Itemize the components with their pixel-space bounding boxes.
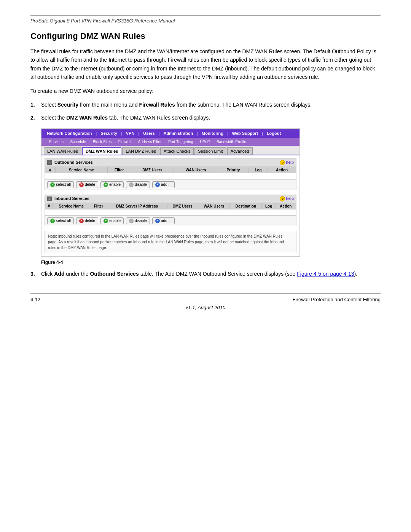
nav-web-support[interactable]: Web Support bbox=[230, 130, 260, 136]
outbound-help-label: help bbox=[286, 160, 294, 165]
inbound-disable-button[interactable]: ○ disable bbox=[126, 217, 150, 224]
select-all-icon: ✓ bbox=[50, 182, 55, 187]
nav-vpn[interactable]: VPN bbox=[124, 130, 137, 136]
inbound-enable-button[interactable]: ● enable bbox=[100, 217, 124, 224]
nav2-sep-5: :: bbox=[164, 140, 166, 144]
step-3-list: 3. Click Add under the Outbound Services… bbox=[30, 270, 381, 278]
inbound-select-all-button[interactable]: ✓ select all bbox=[47, 217, 74, 224]
step-3-link[interactable]: Figure 4-5 on page 4-13 bbox=[297, 271, 354, 277]
nav2-address-filter[interactable]: Address Filter bbox=[137, 139, 163, 145]
nav-sep-1: | bbox=[96, 131, 97, 136]
tab-dmz-wan-rules[interactable]: DMZ WAN Rules bbox=[82, 147, 122, 155]
footer-right-text: Firewall Protection and Content Filterin… bbox=[293, 297, 381, 302]
disable-icon: ○ bbox=[129, 182, 134, 187]
inbound-col-dmz-server: DMZ Server IP Address bbox=[107, 203, 167, 209]
inbound-delete-button[interactable]: ✕ delete bbox=[76, 217, 98, 224]
inbound-empty-row bbox=[45, 209, 296, 215]
nav2-bandwidth-profile[interactable]: Bandwidth Profile bbox=[215, 139, 248, 145]
nav2-port-triggering[interactable]: Port Triggering bbox=[167, 139, 195, 145]
nav-sep-5: | bbox=[197, 131, 198, 136]
figure-label: Figure 4-4 bbox=[41, 260, 381, 265]
nav-network-config[interactable]: Network Configuration bbox=[45, 130, 94, 136]
tab-lan-wan-rules[interactable]: LAN WAN Rules bbox=[44, 147, 81, 155]
step-3-num: 3. bbox=[30, 270, 41, 278]
tab-attack-checks[interactable]: Attack Checks bbox=[160, 147, 194, 155]
nav2-block-sites[interactable]: Block Sites bbox=[91, 139, 113, 145]
step-2-text: Select the DMZ WAN Rules tab. The DMZ WA… bbox=[41, 113, 381, 122]
outbound-col-priority: Priority bbox=[218, 167, 249, 173]
add-icon: + bbox=[155, 182, 160, 187]
nav2-sep-8: :: bbox=[249, 140, 251, 144]
nav2-schedule[interactable]: Schedule bbox=[68, 139, 88, 145]
inbound-col-log: Log bbox=[262, 203, 276, 209]
nav2-sep-6: :: bbox=[196, 140, 198, 144]
nav-administration[interactable]: Administration bbox=[161, 130, 196, 136]
outbound-enable-button[interactable]: ● enable bbox=[100, 181, 124, 188]
outbound-section-icon: ≡ bbox=[47, 160, 52, 165]
nav2-services[interactable]: Services bbox=[48, 139, 65, 145]
inbound-help-link[interactable]: ? help bbox=[280, 196, 294, 201]
nav2-upnp[interactable]: UPnP bbox=[198, 139, 211, 145]
nav2-firewall[interactable]: Firewall bbox=[117, 139, 133, 145]
inbound-services-header: ≡ Inbound Services ? help bbox=[45, 195, 296, 203]
step-1-bold2: Firewall Rules bbox=[139, 102, 175, 108]
steps-list: 1. Select Security from the main menu an… bbox=[30, 101, 381, 122]
nav-secondary: :: Services :: Schedule :: Block Sites :… bbox=[41, 138, 299, 146]
nav2-sep-7: :: bbox=[212, 140, 214, 144]
inbound-add-button[interactable]: + add ... bbox=[152, 217, 175, 224]
outbound-title-label: Outbound Services bbox=[54, 160, 93, 165]
outbound-services-table: # Service Name Filter DMZ Users WAN User… bbox=[45, 167, 296, 179]
inbound-col-action: Action bbox=[276, 203, 296, 209]
footer-center-text: v1.1, August 2010 bbox=[30, 305, 381, 310]
tab-advanced[interactable]: Advanced bbox=[227, 147, 253, 155]
nav-sep-4: | bbox=[159, 131, 160, 136]
inbound-select-icon: ✓ bbox=[50, 219, 55, 223]
nav2-sep-2: :: bbox=[88, 140, 91, 144]
outbound-services-section: ≡ Outbound Services ? help # Service Nam… bbox=[45, 158, 296, 190]
inbound-enable-icon: ● bbox=[104, 219, 108, 223]
outbound-delete-button[interactable]: ✕ delete bbox=[76, 181, 98, 188]
inbound-section-icon: ≡ bbox=[47, 197, 52, 201]
nav-logout[interactable]: Logout bbox=[264, 130, 283, 136]
step-1-text: Select Security from the main menu and F… bbox=[41, 101, 381, 109]
step-intro-text: To create a new DMZ WAN outbound service… bbox=[30, 87, 381, 95]
nav-sep-6: | bbox=[227, 131, 228, 136]
step-2-bold1: DMZ WAN Rules bbox=[66, 115, 108, 121]
step-1-bold1: Security bbox=[57, 102, 78, 108]
outbound-disable-button[interactable]: ○ disable bbox=[126, 181, 150, 188]
step-3-bold2: Outbound Services bbox=[90, 271, 139, 277]
nav-monitoring[interactable]: Monitoring bbox=[199, 130, 226, 136]
step-3-bold1: Add bbox=[54, 271, 64, 277]
outbound-col-filter: Filter bbox=[108, 167, 131, 173]
outbound-add-button[interactable]: + add ... bbox=[152, 181, 175, 188]
outbound-help-link[interactable]: ? help bbox=[280, 160, 294, 165]
nav2-sep-3: :: bbox=[114, 140, 116, 144]
outbound-select-all-button[interactable]: ✓ select all bbox=[47, 181, 74, 188]
inbound-col-dmz-users: DMZ Users bbox=[167, 203, 198, 209]
nav-top: Network Configuration | Security | VPN |… bbox=[41, 129, 299, 138]
note-box: Note: Inbound rules configured in the LA… bbox=[45, 231, 296, 253]
outbound-services-header: ≡ Outbound Services ? help bbox=[45, 159, 296, 167]
outbound-col-dmz-users: DMZ Users bbox=[131, 167, 174, 173]
inbound-empty-cell bbox=[45, 209, 296, 215]
step-1-num: 1. bbox=[30, 101, 41, 109]
tab-session-limit[interactable]: Session Limit bbox=[194, 147, 226, 155]
outbound-help-icon: ? bbox=[280, 160, 285, 165]
outbound-action-row: ✓ select all ✕ delete ● enable ○ disable bbox=[45, 179, 296, 190]
nav2-sep-0: :: bbox=[45, 140, 47, 144]
nav-sep-7: | bbox=[262, 131, 263, 136]
delete-icon: ✕ bbox=[79, 182, 84, 187]
outbound-col-num: # bbox=[45, 167, 56, 173]
inbound-disable-icon: ○ bbox=[129, 219, 134, 223]
footer-content: 4-12 Firewall Protection and Content Fil… bbox=[30, 294, 381, 302]
outbound-col-service: Service Name bbox=[55, 167, 107, 173]
nav-sep-3: | bbox=[138, 131, 139, 136]
nav-users[interactable]: Users bbox=[141, 130, 157, 136]
nav-security[interactable]: Security bbox=[98, 130, 119, 136]
footer-page-num: 4-12 bbox=[30, 297, 40, 302]
inbound-title-label: Inbound Services bbox=[54, 196, 89, 201]
tab-lan-dmz-rules[interactable]: LAN DMZ Rules bbox=[122, 147, 159, 155]
nav2-sep-1: :: bbox=[66, 140, 68, 144]
screen-content: ≡ Outbound Services ? help # Service Nam… bbox=[41, 155, 299, 256]
inbound-services-title-wrap: ≡ Inbound Services bbox=[47, 196, 89, 201]
